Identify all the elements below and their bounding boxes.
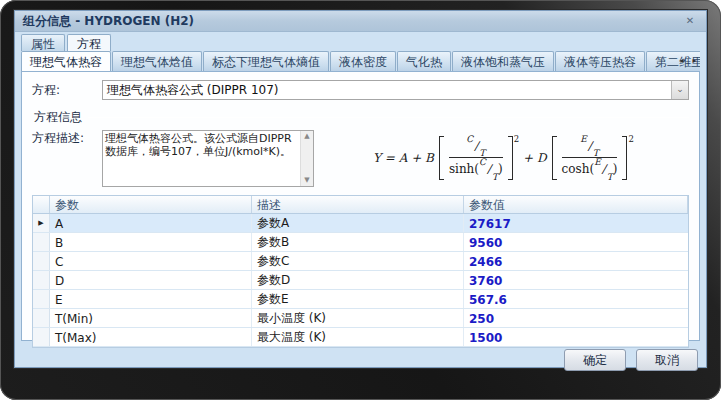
cell-param: D: [50, 271, 252, 289]
secondary-tab-strip: 理想气体热容 理想气体焓值 标态下理想气体熵值 液体密度 气化热 液体饱和蒸气压…: [21, 51, 700, 71]
textarea-scrollbar[interactable]: ▲ ▼: [300, 131, 313, 186]
description-textarea[interactable]: 理想气体热容公式。该公式源自DIPPR数据库，编号107，单位J/(kmol*K…: [102, 130, 314, 187]
formula-exponent: 2: [514, 134, 519, 144]
cell-desc: 参数D: [252, 271, 464, 289]
table-row[interactable]: C 参数C 2466: [33, 252, 688, 271]
cell-desc: 最小温度 (K): [252, 309, 464, 327]
scroll-down-icon[interactable]: ▼: [301, 175, 313, 186]
close-icon[interactable]: ✕: [682, 14, 698, 28]
cell-value[interactable]: 3760: [464, 271, 688, 289]
tab-standard-ideal-gas-entropy[interactable]: 标态下理想气体熵值: [203, 51, 329, 71]
description-label: 方程描述:: [32, 130, 102, 147]
cell-desc: 最大温度 (K): [252, 328, 464, 346]
column-header-desc[interactable]: 描述: [252, 196, 464, 213]
table-row[interactable]: T(Max) 最大温度 (K) 1500: [33, 328, 688, 347]
formula-mid: + D: [519, 151, 551, 165]
cell-desc: 参数C: [252, 252, 464, 270]
equation-combobox[interactable]: 理想气体热容公式 (DIPPR 107) ⌄: [102, 80, 689, 100]
window-outer-frame: 组分信息 - HYDROGEN (H2) ✕ 属性 方程 理想气体热容 理想气体…: [0, 0, 721, 400]
cell-param: E: [50, 290, 252, 308]
tab-scroll-left-icon[interactable]: ◂: [676, 54, 687, 68]
table-row[interactable]: E 参数E 567.6: [33, 290, 688, 309]
cell-param: T(Max): [50, 328, 252, 346]
cell-value[interactable]: 567.6: [464, 290, 688, 308]
cell-desc: 参数A: [252, 214, 464, 232]
tab-scroll-right-icon[interactable]: ▸: [689, 54, 700, 68]
chevron-down-icon[interactable]: ⌄: [671, 81, 688, 99]
component-info-dialog: 组分信息 - HYDROGEN (H2) ✕ 属性 方程 理想气体热容 理想气体…: [14, 10, 707, 368]
cell-param: T(Min): [50, 309, 252, 327]
tab-liquid-saturated-vapor-pressure[interactable]: 液体饱和蒸气压: [452, 51, 554, 71]
cell-desc: 参数E: [252, 290, 464, 308]
scroll-up-icon[interactable]: ▲: [301, 131, 313, 142]
tab-heat-of-vaporization[interactable]: 气化热: [397, 51, 451, 71]
table-row[interactable]: B 参数B 9560: [33, 233, 688, 252]
tab-properties[interactable]: 属性: [21, 34, 65, 51]
table-header-row: 参数 描述 参数值: [33, 196, 688, 214]
cell-value[interactable]: 27617: [464, 214, 688, 232]
cell-value[interactable]: 2466: [464, 252, 688, 270]
equation-tab-panel: 方程: 理想气体热容公式 (DIPPR 107) ⌄ 方程信息 方程描述: 理想…: [21, 71, 700, 341]
tab-ideal-gas-heat-capacity[interactable]: 理想气体热容: [21, 51, 111, 71]
cell-desc: 参数B: [252, 233, 464, 251]
cancel-button[interactable]: 取消: [636, 349, 698, 371]
equation-selected-value: 理想气体热容公式 (DIPPR 107): [103, 82, 671, 99]
table-row[interactable]: D 参数D 3760: [33, 271, 688, 290]
cell-value[interactable]: 250: [464, 309, 688, 327]
formula-prefix: Y = A + B: [369, 151, 438, 165]
primary-tab-strip: 属性 方程: [15, 32, 706, 51]
column-header-param[interactable]: 参数: [50, 196, 252, 213]
column-header-value[interactable]: 参数值: [464, 196, 688, 213]
table-row[interactable]: T(Min) 最小温度 (K) 250: [33, 309, 688, 328]
equation-label: 方程:: [32, 82, 102, 99]
ok-button[interactable]: 确定: [564, 349, 626, 371]
cell-param: B: [50, 233, 252, 251]
table-row[interactable]: ▶ A 参数A 27617: [33, 214, 688, 233]
tab-liquid-density[interactable]: 液体密度: [330, 51, 396, 71]
tab-liquid-isobaric-heat-capacity[interactable]: 液体等压热容: [555, 51, 645, 71]
titlebar[interactable]: 组分信息 - HYDROGEN (H2) ✕: [15, 11, 706, 32]
cell-param: A: [50, 214, 252, 232]
window-title: 组分信息 - HYDROGEN (H2): [23, 13, 682, 30]
parameter-table: 参数 描述 参数值 ▶ A 参数A 27617 B 参数B 9560: [32, 195, 689, 348]
equation-info-title: 方程信息: [34, 109, 88, 126]
cell-param: C: [50, 252, 252, 270]
description-text: 理想气体热容公式。该公式源自DIPPR数据库，编号107，单位J/(kmol*K…: [103, 131, 300, 186]
current-row-marker-icon: ▶: [33, 214, 50, 232]
equation-info-group: 方程信息: [34, 109, 689, 126]
tab-equations[interactable]: 方程: [67, 34, 111, 51]
cell-value[interactable]: 9560: [464, 233, 688, 251]
tab-ideal-gas-enthalpy[interactable]: 理想气体焓值: [112, 51, 202, 71]
cell-value[interactable]: 1500: [464, 328, 688, 346]
dippr107-formula: Y = A + B C∕T sinh(C∕T) 2 + D: [314, 130, 689, 180]
formula-exponent: 2: [628, 134, 633, 144]
